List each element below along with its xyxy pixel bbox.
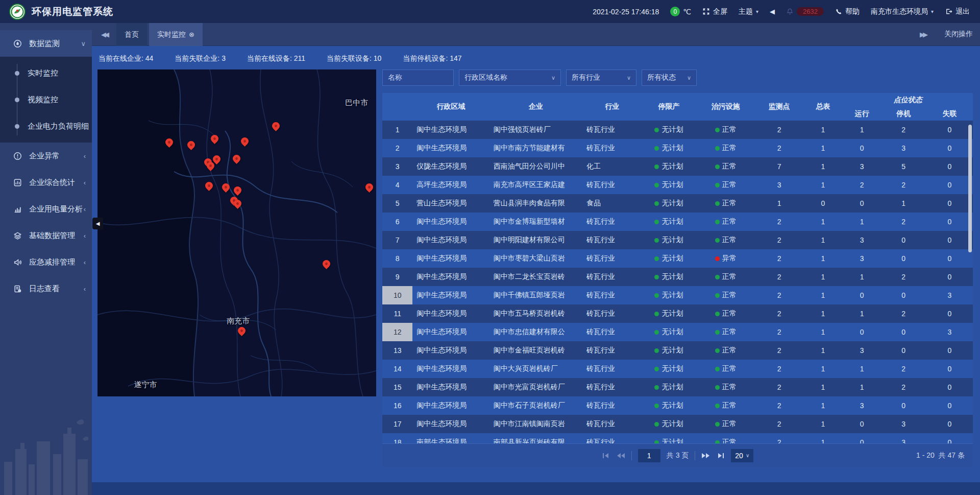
sidebar-item-data-monitor[interactable]: 数据监测∨	[0, 30, 92, 57]
horn-icon	[13, 258, 22, 267]
city-skyline-decoration	[0, 413, 92, 495]
layers-icon	[13, 231, 22, 240]
table-row[interactable]: 12阆中生态环境局阆中市忠信建材有限公砖瓦行业无计划正常21003	[382, 323, 973, 341]
table-body: 1阆中生态环境局阆中强锐页岩砖厂砖瓦行业无计划正常211202阆中生态环境局阆中…	[382, 121, 973, 443]
status-dot-green	[715, 220, 720, 224]
sidebar-subitem[interactable]: 实时监控	[0, 60, 92, 86]
notifications[interactable]: 2632	[786, 7, 824, 16]
table-row[interactable]: 10阆中生态环境局阆中千佛镇五郎垭页岩砖瓦行业无计划正常21003	[382, 286, 973, 304]
status-dot-green	[654, 128, 659, 132]
table-scrollbar[interactable]	[968, 125, 972, 252]
table-row[interactable]: 8阆中生态环境局阆中市枣碧大梁山页岩砖瓦行业无计划异常21300	[382, 249, 973, 268]
table-row[interactable]: 9阆中生态环境局阆中市二龙长宝页岩砖砖瓦行业无计划正常21120	[382, 268, 973, 286]
stat-item: 当前失联企业: 3	[175, 54, 226, 63]
map-pin[interactable]	[207, 162, 215, 170]
status-dot-red	[715, 256, 720, 261]
last-page-icon[interactable]	[717, 452, 725, 459]
table-row[interactable]: 16阆中生态环境局阆中市石子页岩机砖厂砖瓦行业无计划正常21300	[382, 396, 973, 415]
close-tab-icon[interactable]: ⊗	[189, 31, 194, 38]
name-search-input[interactable]: 名称	[382, 69, 454, 86]
industry-select[interactable]: 所有行业 ∨	[566, 69, 636, 86]
sidebar-subitem[interactable]: 企业电力负荷明细	[0, 113, 92, 139]
help-button[interactable]: 帮助	[835, 7, 860, 16]
bell-icon	[786, 8, 794, 15]
stat-item: 当前停机设备: 147	[403, 54, 461, 63]
bullet-icon	[15, 98, 19, 102]
status-select[interactable]: 所有状态 ∨	[642, 69, 697, 86]
sidebar-item-logs[interactable]: 日志查看‹	[0, 275, 92, 302]
sidebar-subitem[interactable]: 视频监控	[0, 86, 92, 113]
map-pin[interactable]	[241, 137, 249, 146]
table-row[interactable]: 13阆中生态环境局阆中市金福旺页岩机砖砖瓦行业无计划正常21300	[382, 341, 973, 360]
status-dot-green	[715, 164, 720, 169]
status-dot-green	[715, 238, 720, 243]
table-row[interactable]: 18南部生态环境局南部县新兴页岩砖有限砖瓦行业无计划正常21030	[382, 433, 973, 443]
chevron-left-icon: ◀	[96, 221, 100, 226]
table-row[interactable]: 2阆中生态环境局阆中市南方节能建材有砖瓦行业无计划正常21030	[382, 139, 973, 157]
chevron-left-icon: ‹	[84, 285, 86, 293]
org-menu[interactable]: 南充市生态环境局▾	[871, 7, 934, 16]
map-collapse-button[interactable]: ◀	[92, 218, 103, 229]
sidebar-item-emergency[interactable]: 应急减排管理‹	[0, 249, 92, 275]
table-row[interactable]: 5营山生态环境局营山县润丰肉食品有限食品无计划正常10010	[382, 194, 973, 213]
table-row[interactable]: 14阆中生态环境局阆中大兴页岩机砖厂砖瓦行业无计划正常21120	[382, 360, 973, 378]
status-dot-green	[715, 201, 720, 206]
map-panel[interactable]: ◀ 巴中市南充市遂宁市	[97, 69, 376, 396]
tab-realtime-monitor[interactable]: 实时监控⊗	[149, 23, 203, 46]
logout-icon	[945, 8, 952, 15]
sidebar-item-base-data[interactable]: 基础数据管理‹	[0, 222, 92, 249]
map-pin[interactable]	[238, 327, 246, 335]
table-row[interactable]: 4高坪生态环境局南充市高坪区王家店建砖瓦行业无计划正常31220	[382, 176, 973, 194]
table-row[interactable]: 6阆中生态环境局阆中市金博瑞新型墙材砖瓦行业无计划正常21120	[382, 213, 973, 231]
next-page-icon[interactable]	[701, 452, 710, 459]
table-row[interactable]: 17阆中生态环境局阆中市江南镇阆南页岩砖瓦行业无计划正常21030	[382, 415, 973, 433]
page-size-select[interactable]: 20∨	[731, 449, 753, 462]
table-row[interactable]: 1阆中生态环境局阆中强锐页岩砖厂砖瓦行业无计划正常21120	[382, 121, 973, 139]
chevron-down-icon: ▾	[756, 9, 758, 14]
speaker-button[interactable]: ◀	[770, 8, 775, 15]
table-row[interactable]: 7阆中生态环境局阆中明阳建材有限公司砖瓦行业无计划正常21300	[382, 231, 973, 249]
city-label: 南充市	[227, 316, 250, 326]
tabs-scroll-left-icon[interactable]: ◀◀	[96, 31, 112, 38]
map-pin[interactable]	[233, 155, 241, 163]
map-pin[interactable]	[187, 141, 195, 149]
pagination-bar: 1 共 3 页 20∨	[382, 443, 973, 467]
table-row[interactable]: 11阆中生态环境局阆中市五马桥页岩机砖砖瓦行业无计划正常21120	[382, 304, 973, 323]
logout-button[interactable]: 退出	[945, 7, 970, 16]
status-dot-green	[654, 256, 659, 261]
status-dot-green	[715, 367, 720, 371]
fullscreen-button[interactable]: 全屏	[702, 7, 727, 16]
map-pin[interactable]	[365, 183, 374, 192]
map-pin[interactable]	[323, 260, 331, 268]
chevron-left-icon: ‹	[84, 258, 86, 266]
map-pin[interactable]	[165, 138, 174, 147]
table-row[interactable]: 15阆中生态环境局阆中市光富页岩机砖厂砖瓦行业无计划正常21120	[382, 378, 973, 396]
status-dot-green	[654, 385, 659, 390]
map-pin[interactable]	[272, 122, 280, 130]
close-operations-button[interactable]: 关闭操作	[944, 30, 973, 39]
map-pin[interactable]	[222, 183, 230, 192]
sidebar-item-company-stats[interactable]: 企业综合统计‹	[0, 169, 92, 196]
theme-menu[interactable]: 主题▾	[739, 7, 758, 16]
speaker-icon: ◀	[770, 8, 775, 15]
app-header: 环保用电监管系统 2021-02-25 17:46:18 0 ℃ 全屏 主题▾ …	[0, 0, 980, 23]
status-dot-green	[654, 146, 659, 151]
map-pin[interactable]	[211, 135, 219, 143]
chevron-left-icon: ‹	[84, 152, 86, 160]
tabs-scroll-right-icon[interactable]: ▶▶	[915, 31, 931, 38]
map-pin[interactable]	[205, 182, 213, 190]
sidebar-item-power-analysis[interactable]: 企业用电量分析‹	[0, 196, 92, 222]
table-row[interactable]: 3仪陇生态环境局西南油气田分公司川中化工无计划正常71350	[382, 157, 973, 176]
region-select[interactable]: 行政区域名称 ∨	[459, 69, 561, 86]
tab-home[interactable]: 首页	[116, 23, 147, 46]
chevron-down-icon: ∨	[687, 75, 691, 81]
map-pin[interactable]	[234, 200, 242, 208]
map-pin[interactable]	[234, 186, 242, 195]
status-dot-green	[654, 238, 659, 243]
first-page-icon[interactable]	[602, 452, 610, 459]
prev-page-icon[interactable]	[616, 452, 625, 459]
sidebar-item-company-abnormal[interactable]: 企业异常‹	[0, 143, 92, 169]
page-number-input[interactable]: 1	[638, 449, 660, 462]
city-label: 遂宁市	[134, 380, 157, 389]
col-run: 运行	[843, 107, 881, 121]
